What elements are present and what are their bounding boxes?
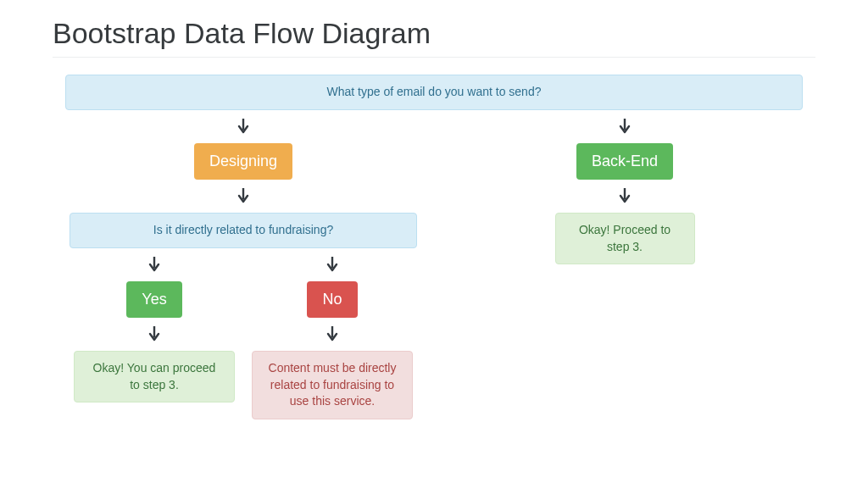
arrow-down-icon	[326, 318, 338, 351]
title-divider	[53, 57, 815, 58]
branch-left: Designing Is it directly related to fund…	[65, 110, 421, 419]
result-backend: Okay! Proceed to step 3.	[555, 213, 695, 264]
branch-yes: Yes Okay! You can proceed to step 3.	[65, 248, 243, 419]
flow-diagram: What type of email do you want to send? …	[53, 75, 815, 419]
node-backend: Back-End	[576, 143, 673, 180]
node-yes: Yes	[126, 281, 181, 318]
result-yes: Okay! You can proceed to step 3.	[74, 351, 235, 402]
arrow-down-icon	[148, 248, 160, 281]
arrow-down-icon	[326, 248, 338, 281]
node-no: No	[307, 281, 357, 318]
result-no: Content must be directly related to fund…	[252, 351, 413, 419]
page-title: Bootstrap Data Flow Diagram	[53, 17, 815, 50]
arrow-down-icon	[237, 180, 249, 213]
arrow-down-icon	[148, 318, 160, 351]
root-decision: What type of email do you want to send?	[65, 75, 803, 110]
arrow-down-icon	[619, 180, 631, 213]
sub-decision-fundraising: Is it directly related to fundraising?	[70, 213, 417, 248]
branch-no: No Content must be directly related to f…	[243, 248, 421, 419]
arrow-down-icon	[619, 110, 631, 143]
branch-right: Back-End Okay! Proceed to step 3.	[447, 110, 803, 419]
arrow-down-icon	[237, 110, 249, 143]
node-designing: Designing	[194, 143, 292, 180]
